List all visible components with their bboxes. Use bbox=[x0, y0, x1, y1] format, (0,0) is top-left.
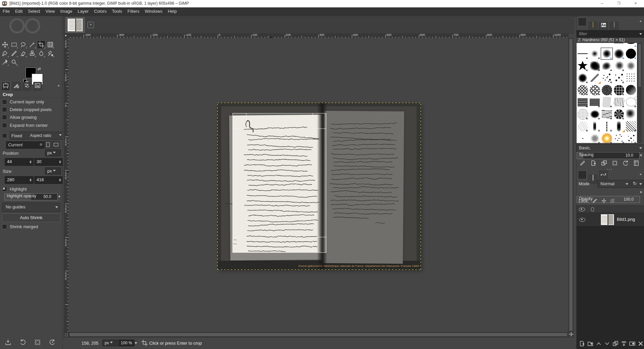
option-delete-cropped-pixels[interactable]: Delete cropped pixels bbox=[2, 107, 52, 112]
menu-item-help[interactable]: Help bbox=[165, 7, 179, 16]
mode-switch-button[interactable]: ↻ bbox=[631, 180, 644, 188]
navigation-button[interactable] bbox=[569, 332, 574, 337]
paintbrush-tool[interactable] bbox=[10, 49, 18, 58]
move-tool[interactable] bbox=[1, 40, 9, 49]
menu-item-tools[interactable]: Tools bbox=[109, 7, 125, 16]
size-height-field[interactable]: 416 bbox=[34, 176, 63, 184]
lock-position-icon[interactable] bbox=[601, 198, 606, 203]
menu-item-select[interactable]: Select bbox=[25, 7, 43, 16]
brush-item[interactable]: + bbox=[577, 60, 589, 72]
option-shrink-merged[interactable]: Shrink merged bbox=[2, 224, 38, 229]
portrait-orientation-button[interactable] bbox=[44, 141, 52, 148]
layer-mode-dropdown[interactable]: Normal bbox=[597, 180, 630, 188]
brush-item[interactable] bbox=[601, 43, 613, 48]
menu-item-filters[interactable]: Filters bbox=[125, 7, 142, 16]
crop-handle-nw[interactable] bbox=[232, 113, 247, 129]
horizontal-scrollbar[interactable] bbox=[68, 332, 568, 337]
brush-item[interactable]: + bbox=[625, 96, 637, 108]
zoom-tool[interactable] bbox=[10, 58, 18, 66]
restore-button[interactable]: ❐ bbox=[611, 0, 627, 7]
brush-item[interactable]: + bbox=[613, 132, 625, 143]
tab-device-status[interactable] bbox=[12, 82, 21, 91]
tab-images[interactable] bbox=[33, 82, 42, 91]
link-column-icon[interactable] bbox=[591, 207, 594, 212]
tab-brushes[interactable] bbox=[578, 17, 587, 26]
menu-item-file[interactable]: File bbox=[0, 7, 12, 16]
new-layer-group-button[interactable] bbox=[587, 340, 594, 347]
fuzzy-select-tool[interactable] bbox=[28, 40, 37, 49]
ruler-corner-button[interactable]: ▶ bbox=[64, 33, 69, 38]
configure-dock-icon[interactable]: ◂ bbox=[638, 172, 643, 177]
menu-item-edit[interactable]: Edit bbox=[12, 7, 25, 16]
lock-pixels-icon[interactable] bbox=[592, 198, 597, 203]
fixed-ratio-dropdown[interactable]: Fixed Aspect ratio bbox=[10, 132, 63, 140]
tab-document-history[interactable] bbox=[610, 22, 619, 31]
menu-item-image[interactable]: Image bbox=[57, 7, 75, 16]
checkbox[interactable] bbox=[2, 133, 7, 138]
canvas-viewport[interactable]: Source gallica.bnf.fr / Bibliothèque nat… bbox=[68, 38, 568, 332]
duplicate-layer-button[interactable] bbox=[612, 340, 619, 347]
brush-item[interactable]: + bbox=[625, 48, 637, 60]
layer-name[interactable]: Bild1.png bbox=[617, 217, 635, 222]
lower-layer-button[interactable] bbox=[604, 340, 610, 347]
merge-layer-button[interactable] bbox=[621, 340, 627, 347]
brush-item[interactable]: + bbox=[577, 108, 589, 120]
brush-item[interactable]: + bbox=[601, 84, 613, 96]
ratio-input[interactable]: Current ⊗ bbox=[5, 141, 45, 148]
new-layer-button[interactable] bbox=[579, 340, 585, 347]
horizontal-ruler[interactable]: -400-300-200-100010020030040050060070080… bbox=[68, 33, 569, 38]
menu-item-layer[interactable]: Layer bbox=[75, 7, 92, 16]
brush-item[interactable]: + bbox=[577, 96, 589, 108]
raise-layer-button[interactable] bbox=[595, 340, 602, 347]
brush-item[interactable]: + bbox=[589, 60, 601, 72]
image-tab-bild1[interactable] bbox=[65, 17, 85, 33]
size-unit-dropdown[interactable]: px bbox=[45, 167, 61, 174]
brush-tag-dropdown[interactable]: Basic, bbox=[577, 144, 644, 152]
zoom-level-field[interactable]: 100 % bbox=[119, 340, 135, 346]
brush-grid[interactable]: ++++++++++++++++++++++++++++++++++ bbox=[577, 43, 637, 143]
reset-tool-options-button[interactable] bbox=[49, 339, 56, 346]
menu-item-colors[interactable]: Colors bbox=[91, 7, 109, 16]
checkbox[interactable] bbox=[2, 107, 7, 112]
delete-layer-button[interactable] bbox=[637, 340, 644, 347]
brush-item[interactable]: + bbox=[601, 60, 613, 72]
tab-layers[interactable] bbox=[578, 170, 587, 179]
brush-item[interactable] bbox=[625, 60, 637, 72]
checkbox[interactable] bbox=[2, 123, 7, 128]
brush-spacing-slider[interactable]: Spacing 10.0 bbox=[577, 152, 640, 159]
add-mask-button[interactable] bbox=[629, 340, 636, 347]
close-button[interactable]: × bbox=[628, 0, 643, 7]
checkbox[interactable] bbox=[2, 99, 7, 104]
brush-item[interactable]: + bbox=[589, 108, 601, 120]
crop-handle-se[interactable] bbox=[312, 237, 326, 253]
delete-brush-button[interactable] bbox=[611, 160, 618, 166]
brush-item[interactable] bbox=[577, 43, 589, 48]
position-x-field[interactable]: 44 bbox=[5, 158, 34, 166]
brush-item[interactable]: + bbox=[613, 60, 625, 72]
zoom-dropdown-icon[interactable] bbox=[135, 341, 137, 346]
brush-item[interactable]: + bbox=[589, 96, 601, 108]
rectangle-select-tool[interactable] bbox=[10, 40, 18, 49]
new-brush-button[interactable] bbox=[590, 160, 597, 166]
checkbox-checked[interactable] bbox=[2, 187, 7, 192]
minimize-button[interactable]: – bbox=[594, 0, 610, 7]
brush-item[interactable]: + bbox=[601, 108, 613, 120]
delete-tool-preset-button[interactable] bbox=[34, 339, 41, 346]
brush-scrollbar-thumb[interactable] bbox=[638, 44, 641, 87]
option-highlight[interactable]: Highlight bbox=[2, 187, 27, 192]
landscape-orientation-button[interactable] bbox=[52, 141, 60, 148]
brush-item[interactable] bbox=[589, 43, 601, 48]
smudge-tool[interactable] bbox=[37, 49, 46, 58]
brush-item[interactable]: + bbox=[601, 48, 613, 60]
tab-channels[interactable] bbox=[589, 175, 597, 184]
brush-item[interactable]: + bbox=[577, 120, 589, 132]
highlight-opacity-slider[interactable]: Highlight opacity 50.0 bbox=[4, 193, 58, 200]
brush-item[interactable]: + bbox=[601, 96, 613, 108]
edit-brush-button[interactable] bbox=[579, 160, 586, 166]
image-bild1[interactable]: Source gallica.bnf.fr / Bibliothèque nat… bbox=[218, 103, 421, 269]
tab-undo-history[interactable] bbox=[22, 82, 31, 91]
color-picker-tool[interactable] bbox=[1, 58, 9, 66]
brush-item[interactable] bbox=[625, 84, 637, 96]
option-expand-from-center[interactable]: Expand from center bbox=[2, 123, 48, 128]
close-image-icon[interactable]: × bbox=[88, 22, 94, 28]
